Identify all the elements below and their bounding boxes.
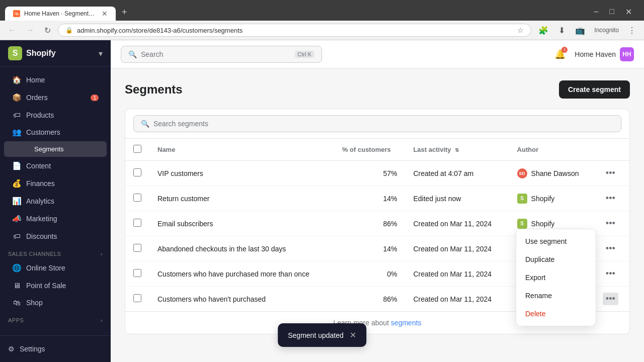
author-name: Shopify xyxy=(531,195,555,203)
forward-button[interactable]: → xyxy=(23,25,37,36)
sidebar-item-discounts[interactable]: 🏷 Discounts xyxy=(4,228,107,244)
row-menu-button[interactable]: ••• xyxy=(603,192,618,205)
row-checkbox[interactable] xyxy=(133,194,141,202)
close-tab-button[interactable]: ✕ xyxy=(102,10,108,18)
new-tab-button[interactable]: + xyxy=(117,4,132,21)
row-menu-button[interactable]: ••• xyxy=(603,242,618,255)
customers-icon: 👥 xyxy=(12,128,21,137)
segment-pct-cell: 14% xyxy=(334,236,406,261)
store-selector-chevron[interactable]: ▾ xyxy=(99,49,103,58)
sidebar-item-orders[interactable]: 📦 Orders 1 xyxy=(4,89,107,106)
maximize-button[interactable]: □ xyxy=(605,6,618,18)
minimize-button[interactable]: – xyxy=(590,6,602,18)
toast-notification: Segment updated ✕ xyxy=(278,323,366,347)
row-menu-button[interactable]: ••• xyxy=(603,167,618,179)
settings-icon: ⚙ xyxy=(8,345,15,353)
context-menu-duplicate[interactable]: Duplicate xyxy=(516,250,596,268)
segment-actions-cell: ••• xyxy=(595,287,629,312)
author-name: Shane Dawson xyxy=(531,169,579,177)
segment-pct-cell: 57% xyxy=(334,161,406,186)
segment-actions-cell: ••• xyxy=(595,211,629,236)
analytics-icon: 📊 xyxy=(12,197,21,206)
orders-badge: 1 xyxy=(91,95,99,101)
extensions-button[interactable]: 🧩 xyxy=(535,25,551,36)
activity-sort-icon: ⇅ xyxy=(455,147,459,153)
pct-column-header[interactable]: % of customers xyxy=(334,139,406,161)
sidebar-item-online-store[interactable]: 🌐 Online Store xyxy=(4,259,107,277)
sidebar-item-point-of-sale[interactable]: 🖥 Point of Sale xyxy=(4,277,107,294)
context-menu-use-segment[interactable]: Use segment xyxy=(516,232,596,250)
row-menu-button[interactable]: ••• xyxy=(603,217,618,230)
row-menu-button[interactable]: ••• xyxy=(603,267,618,280)
page-header: Segments Create segment xyxy=(125,80,630,99)
sidebar-item-marketing[interactable]: 📣 Marketing xyxy=(4,210,107,227)
sidebar-item-content[interactable]: 📄 Content xyxy=(4,157,107,174)
create-segment-button[interactable]: Create segment xyxy=(559,80,630,99)
cast-button[interactable]: 📺 xyxy=(572,25,588,36)
segment-name-cell: Return customer xyxy=(149,186,334,211)
segment-search-input[interactable]: 🔍 Search segments xyxy=(133,115,621,132)
table-row: VIP customers 57% Created at 4:07 am SD … xyxy=(125,161,629,186)
sidebar-item-home[interactable]: 🏠 Home xyxy=(4,71,107,88)
row-checkbox[interactable] xyxy=(133,244,141,252)
home-icon: 🏠 xyxy=(12,75,21,84)
content-icon: 📄 xyxy=(12,161,21,170)
sales-channels-section: Sales channels › xyxy=(0,245,111,259)
segment-actions-cell: ••• xyxy=(595,186,629,211)
activity-column-header[interactable]: Last activity ⇅ xyxy=(405,139,509,161)
segment-actions-cell: ••• xyxy=(595,161,629,186)
context-menu-export[interactable]: Export xyxy=(516,268,596,287)
row-checkbox[interactable] xyxy=(133,168,141,176)
sidebar-item-finances[interactable]: 💰 Finances xyxy=(4,175,107,192)
author-name: Shopify xyxy=(531,220,555,228)
sidebar-item-settings[interactable]: ⚙ Settings xyxy=(8,342,103,356)
segment-name-cell: Customers who have purchased more than o… xyxy=(149,261,334,287)
apps-expand-icon[interactable]: › xyxy=(101,317,103,323)
segment-activity-cell: Edited just now xyxy=(405,186,509,211)
toast-message: Segment updated xyxy=(288,331,344,339)
active-tab[interactable]: 🛍 Home Haven · Segments · Shop ✕ xyxy=(5,7,116,21)
segments-link[interactable]: segments xyxy=(391,319,422,327)
apps-section: Apps › xyxy=(0,311,111,325)
sidebar-item-analytics[interactable]: 📊 Analytics xyxy=(4,193,107,210)
sidebar-item-shop[interactable]: 🛍 Shop xyxy=(4,294,107,311)
sidebar-item-segments[interactable]: Segments xyxy=(4,141,107,157)
select-all-header[interactable] xyxy=(125,139,149,161)
security-icon: 🔒 xyxy=(65,27,73,34)
row-checkbox[interactable] xyxy=(133,269,141,277)
store-menu-button[interactable]: Home Haven HH xyxy=(575,47,634,61)
sidebar-item-customers[interactable]: 👥 Customers xyxy=(4,124,107,141)
store-avatar: HH xyxy=(620,47,634,61)
notification-badge: 1 xyxy=(561,47,568,53)
select-all-checkbox[interactable] xyxy=(133,145,141,153)
back-button[interactable]: ← xyxy=(5,25,19,36)
author-column-header: Author xyxy=(509,139,595,161)
toast-close-button[interactable]: ✕ xyxy=(350,330,356,340)
notifications-button[interactable]: 🔔 1 xyxy=(551,46,569,63)
reload-button[interactable]: ↻ xyxy=(41,25,54,36)
context-menu-delete[interactable]: Delete xyxy=(516,305,596,323)
row-checkbox[interactable] xyxy=(133,294,141,302)
download-button[interactable]: ⬇ xyxy=(555,25,568,36)
bookmark-icon: ☆ xyxy=(517,26,524,34)
close-window-button[interactable]: ✕ xyxy=(621,6,636,18)
segment-activity-cell: Created on Mar 11, 2024 xyxy=(405,287,509,312)
segment-pct-cell: 86% xyxy=(334,287,406,312)
sidebar-item-products[interactable]: 🏷 Products xyxy=(4,107,107,123)
incognito-label: Incognito xyxy=(592,27,621,34)
global-search[interactable]: 🔍 Search Ctrl K xyxy=(121,46,322,63)
address-bar[interactable]: 🔒 admin.shopify.com/store/de8143-a6/cust… xyxy=(58,24,531,37)
row-checkbox[interactable] xyxy=(133,219,141,227)
shopify-icon: S xyxy=(8,46,22,60)
row-checkbox-cell xyxy=(125,287,149,312)
tab-title: Home Haven · Segments · Shop xyxy=(24,10,98,17)
row-checkbox-cell xyxy=(125,236,149,261)
sales-channels-expand-icon[interactable]: › xyxy=(101,251,103,257)
menu-button[interactable]: ⋮ xyxy=(625,25,639,36)
store-name: Home Haven xyxy=(575,50,616,58)
context-menu-rename[interactable]: Rename xyxy=(516,287,596,305)
search-icon: 🔍 xyxy=(128,50,137,58)
segment-name-cell: Abandoned checkouts in the last 30 days xyxy=(149,236,334,261)
marketing-icon: 📣 xyxy=(12,214,21,223)
row-menu-button[interactable]: ••• xyxy=(603,293,618,305)
